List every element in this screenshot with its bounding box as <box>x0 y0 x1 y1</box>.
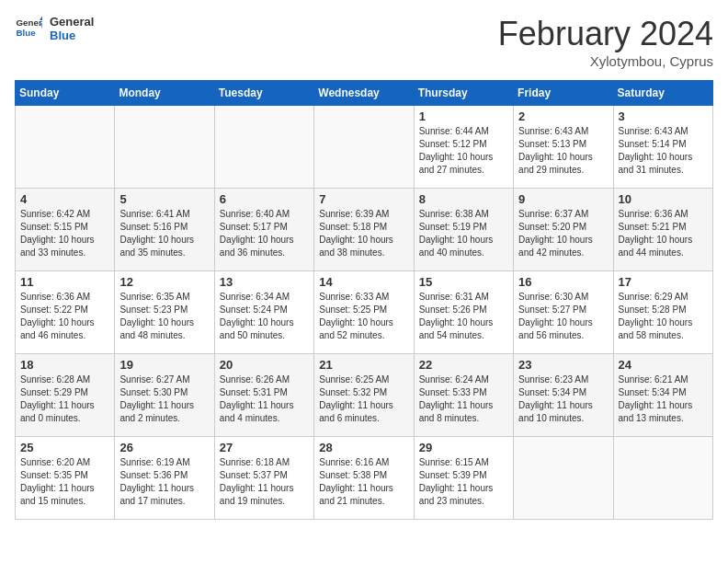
day-info: Sunrise: 6:42 AM Sunset: 5:15 PM Dayligh… <box>20 208 109 259</box>
page-header: General Blue General Blue February 2024 … <box>15 15 713 69</box>
calendar-cell: 5Sunrise: 6:41 AM Sunset: 5:16 PM Daylig… <box>115 189 214 271</box>
day-number: 21 <box>319 358 408 372</box>
logo-general-text: General <box>50 15 94 29</box>
day-info: Sunrise: 6:18 AM Sunset: 5:37 PM Dayligh… <box>220 456 309 508</box>
day-info: Sunrise: 6:24 AM Sunset: 5:33 PM Dayligh… <box>419 373 508 425</box>
day-number: 12 <box>119 275 209 289</box>
day-number: 25 <box>20 441 109 454</box>
calendar-cell: 3Sunrise: 6:43 AM Sunset: 5:14 PM Daylig… <box>613 106 712 189</box>
day-info: Sunrise: 6:29 AM Sunset: 5:28 PM Dayligh… <box>619 291 708 342</box>
calendar-cell: 1Sunrise: 6:44 AM Sunset: 5:12 PM Daylig… <box>414 106 513 189</box>
header-thursday: Thursday <box>414 81 513 106</box>
day-info: Sunrise: 6:38 AM Sunset: 5:19 PM Dayligh… <box>419 208 508 259</box>
calendar-cell: 15Sunrise: 6:31 AM Sunset: 5:26 PM Dayli… <box>414 271 513 354</box>
calendar-cell: 24Sunrise: 6:21 AM Sunset: 5:34 PM Dayli… <box>613 354 712 437</box>
day-number: 16 <box>518 275 608 289</box>
day-info: Sunrise: 6:43 AM Sunset: 5:13 PM Dayligh… <box>518 125 608 177</box>
calendar-cell: 7Sunrise: 6:39 AM Sunset: 5:18 PM Daylig… <box>314 189 414 271</box>
logo: General Blue General Blue <box>15 15 94 42</box>
day-number: 19 <box>119 358 209 372</box>
calendar-cell: 17Sunrise: 6:29 AM Sunset: 5:28 PM Dayli… <box>613 271 712 354</box>
day-number: 6 <box>220 192 309 206</box>
day-info: Sunrise: 6:20 AM Sunset: 5:35 PM Dayligh… <box>20 456 109 508</box>
calendar-cell <box>214 106 313 189</box>
day-number: 4 <box>20 192 109 206</box>
day-info: Sunrise: 6:21 AM Sunset: 5:34 PM Dayligh… <box>619 373 708 425</box>
calendar-cell: 19Sunrise: 6:27 AM Sunset: 5:30 PM Dayli… <box>115 354 214 437</box>
calendar-cell <box>514 437 613 520</box>
calendar-cell <box>314 106 414 189</box>
day-info: Sunrise: 6:39 AM Sunset: 5:18 PM Dayligh… <box>319 208 408 259</box>
calendar-cell: 28Sunrise: 6:16 AM Sunset: 5:38 PM Dayli… <box>314 437 414 520</box>
title-block: February 2024 Xylotymbou, Cyprus <box>498 15 713 69</box>
header-saturday: Saturday <box>613 81 712 106</box>
calendar-cell: 4Sunrise: 6:42 AM Sunset: 5:15 PM Daylig… <box>16 189 115 271</box>
day-info: Sunrise: 6:31 AM Sunset: 5:26 PM Dayligh… <box>419 291 508 342</box>
day-info: Sunrise: 6:16 AM Sunset: 5:38 PM Dayligh… <box>319 456 408 508</box>
calendar-week-2: 4Sunrise: 6:42 AM Sunset: 5:15 PM Daylig… <box>16 189 713 271</box>
calendar-cell: 14Sunrise: 6:33 AM Sunset: 5:25 PM Dayli… <box>314 271 414 354</box>
day-number: 24 <box>619 358 708 372</box>
day-number: 23 <box>518 358 608 372</box>
calendar-cell: 11Sunrise: 6:36 AM Sunset: 5:22 PM Dayli… <box>16 271 115 354</box>
day-info: Sunrise: 6:23 AM Sunset: 5:34 PM Dayligh… <box>518 373 608 425</box>
day-number: 29 <box>419 441 508 454</box>
day-number: 8 <box>419 192 508 206</box>
day-info: Sunrise: 6:36 AM Sunset: 5:22 PM Dayligh… <box>20 291 109 342</box>
day-info: Sunrise: 6:40 AM Sunset: 5:17 PM Dayligh… <box>220 208 309 259</box>
day-info: Sunrise: 6:27 AM Sunset: 5:30 PM Dayligh… <box>119 373 209 425</box>
calendar-cell: 22Sunrise: 6:24 AM Sunset: 5:33 PM Dayli… <box>414 354 513 437</box>
day-number: 7 <box>319 192 408 206</box>
month-title: February 2024 <box>498 15 713 53</box>
day-number: 3 <box>619 109 708 123</box>
logo-icon: General Blue <box>15 15 42 42</box>
calendar-cell: 18Sunrise: 6:28 AM Sunset: 5:29 PM Dayli… <box>16 354 115 437</box>
calendar-cell: 2Sunrise: 6:43 AM Sunset: 5:13 PM Daylig… <box>514 106 613 189</box>
day-info: Sunrise: 6:25 AM Sunset: 5:32 PM Dayligh… <box>319 373 408 425</box>
day-number: 5 <box>119 192 209 206</box>
calendar-cell: 26Sunrise: 6:19 AM Sunset: 5:36 PM Dayli… <box>115 437 214 520</box>
calendar-cell <box>115 106 214 189</box>
calendar-cell: 16Sunrise: 6:30 AM Sunset: 5:27 PM Dayli… <box>514 271 613 354</box>
header-wednesday: Wednesday <box>314 81 414 106</box>
day-number: 14 <box>319 275 408 289</box>
day-number: 17 <box>619 275 708 289</box>
calendar-week-1: 1Sunrise: 6:44 AM Sunset: 5:12 PM Daylig… <box>16 106 713 189</box>
calendar-cell: 6Sunrise: 6:40 AM Sunset: 5:17 PM Daylig… <box>214 189 313 271</box>
day-info: Sunrise: 6:44 AM Sunset: 5:12 PM Dayligh… <box>419 125 508 177</box>
day-number: 13 <box>220 275 309 289</box>
day-number: 11 <box>20 275 109 289</box>
day-number: 10 <box>619 192 708 206</box>
calendar-cell <box>16 106 115 189</box>
day-info: Sunrise: 6:35 AM Sunset: 5:23 PM Dayligh… <box>119 291 209 342</box>
calendar-cell <box>613 437 712 520</box>
calendar-cell: 13Sunrise: 6:34 AM Sunset: 5:24 PM Dayli… <box>214 271 313 354</box>
calendar-cell: 20Sunrise: 6:26 AM Sunset: 5:31 PM Dayli… <box>214 354 313 437</box>
calendar-cell: 25Sunrise: 6:20 AM Sunset: 5:35 PM Dayli… <box>16 437 115 520</box>
calendar-cell: 21Sunrise: 6:25 AM Sunset: 5:32 PM Dayli… <box>314 354 414 437</box>
location-subtitle: Xylotymbou, Cyprus <box>498 53 713 69</box>
day-info: Sunrise: 6:15 AM Sunset: 5:39 PM Dayligh… <box>419 456 508 508</box>
day-number: 1 <box>419 109 508 123</box>
svg-text:Blue: Blue <box>17 28 37 38</box>
calendar-week-5: 25Sunrise: 6:20 AM Sunset: 5:35 PM Dayli… <box>16 437 713 520</box>
calendar-cell: 27Sunrise: 6:18 AM Sunset: 5:37 PM Dayli… <box>214 437 313 520</box>
day-info: Sunrise: 6:33 AM Sunset: 5:25 PM Dayligh… <box>319 291 408 342</box>
day-info: Sunrise: 6:34 AM Sunset: 5:24 PM Dayligh… <box>220 291 309 342</box>
calendar-cell: 10Sunrise: 6:36 AM Sunset: 5:21 PM Dayli… <box>613 189 712 271</box>
day-info: Sunrise: 6:28 AM Sunset: 5:29 PM Dayligh… <box>20 373 109 425</box>
day-info: Sunrise: 6:26 AM Sunset: 5:31 PM Dayligh… <box>220 373 309 425</box>
calendar-cell: 12Sunrise: 6:35 AM Sunset: 5:23 PM Dayli… <box>115 271 214 354</box>
day-number: 9 <box>518 192 608 206</box>
svg-text:General: General <box>17 17 43 28</box>
day-info: Sunrise: 6:30 AM Sunset: 5:27 PM Dayligh… <box>518 291 608 342</box>
day-info: Sunrise: 6:37 AM Sunset: 5:20 PM Dayligh… <box>518 208 608 259</box>
day-number: 27 <box>220 441 309 454</box>
calendar-cell: 23Sunrise: 6:23 AM Sunset: 5:34 PM Dayli… <box>514 354 613 437</box>
day-number: 22 <box>419 358 508 372</box>
header-friday: Friday <box>514 81 613 106</box>
day-number: 20 <box>220 358 309 372</box>
calendar-week-4: 18Sunrise: 6:28 AM Sunset: 5:29 PM Dayli… <box>16 354 713 437</box>
logo-blue-text: Blue <box>50 29 94 42</box>
calendar-cell: 29Sunrise: 6:15 AM Sunset: 5:39 PM Dayli… <box>414 437 513 520</box>
